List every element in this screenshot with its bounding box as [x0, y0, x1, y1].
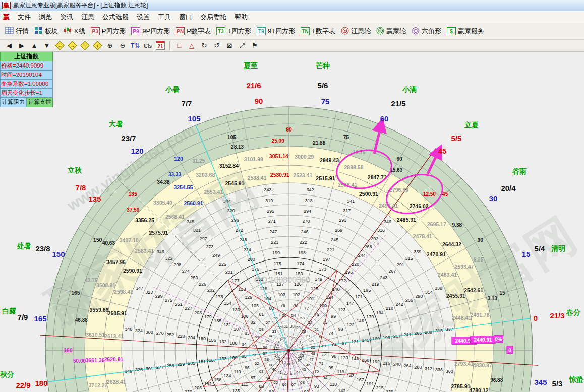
flag-tool-icon[interactable]: ⚑: [249, 41, 261, 51]
计算阻力-button[interactable]: 计算阻力: [0, 98, 27, 107]
svg-text:2470.91: 2470.91: [427, 251, 446, 257]
svg-text:24: 24: [300, 350, 305, 354]
svg-text:3101.99: 3101.99: [244, 156, 263, 162]
menu-item-3[interactable]: 江恩: [77, 12, 98, 23]
gann-wheel-svg[interactable]: 1234567891011121314151617181920212223242…: [0, 52, 584, 392]
svg-text:2949.43: 2949.43: [320, 157, 339, 163]
title-bar: 赢 赢家江恩专业版[赢家服务平台] - [上证指数 江恩轮]: [0, 0, 584, 11]
gann-wheel-canvas[interactable]: 1234567891011121314151617181920212223242…: [0, 52, 584, 392]
menu-item-8[interactable]: 交易委托: [196, 12, 230, 23]
计算支撑-button[interactable]: 计算支撑: [27, 98, 53, 107]
P数字表-button[interactable]: PNP数字表: [173, 25, 214, 37]
svg-text:275: 275: [165, 298, 172, 303]
T四方形-button[interactable]: T3T四方形: [214, 25, 255, 37]
svg-text:158: 158: [214, 377, 221, 382]
menu-item-0[interactable]: 文件: [14, 12, 35, 23]
pan-left-icon[interactable]: ←: [53, 41, 66, 51]
行情-button[interactable]: 行情: [3, 25, 32, 37]
svg-text:176: 176: [252, 267, 259, 272]
svg-text:28: 28: [302, 329, 306, 334]
江恩轮-button[interactable]: 江恩轮: [339, 25, 374, 38]
六角形-button[interactable]: 六角形: [410, 25, 445, 38]
svg-text:195: 195: [363, 288, 371, 293]
menu-item-4[interactable]: 公式选股: [98, 12, 133, 23]
pan-down-icon[interactable]: ↓: [91, 41, 103, 51]
svg-text:4780.12: 4780.12: [470, 387, 489, 392]
svg-text:73: 73: [331, 342, 336, 347]
svg-text:348: 348: [125, 326, 132, 332]
svg-text:55: 55: [282, 313, 287, 318]
toolbar-label: 赢家服务: [458, 27, 484, 36]
svg-text:43: 43: [290, 372, 295, 376]
prev-icon[interactable]: ◀: [3, 41, 15, 51]
svg-text:293: 293: [339, 218, 346, 223]
svg-text:118: 118: [330, 382, 337, 387]
rotate-up-icon[interactable]: ▲: [28, 41, 40, 51]
rotate-ccw-icon[interactable]: ↺: [211, 41, 223, 51]
menu-item-5[interactable]: 设置: [133, 12, 154, 23]
candlestick-icon: [64, 27, 72, 36]
svg-text:75: 75: [343, 134, 349, 140]
9T四方形-button[interactable]: T99T四方形: [255, 25, 299, 37]
toolbar-label: 六角形: [422, 27, 441, 36]
menu-item-6[interactable]: 工具: [154, 12, 175, 23]
calendar-icon[interactable]: 21: [156, 41, 165, 50]
triangle-tool-icon[interactable]: △: [186, 41, 198, 51]
svg-text:197: 197: [323, 257, 330, 262]
板块-button[interactable]: 板块: [32, 25, 62, 37]
svg-text:315: 315: [405, 256, 413, 261]
svg-text:300: 300: [146, 330, 153, 335]
menu-item-2[interactable]: 资讯: [56, 12, 77, 23]
svg-text:120: 120: [174, 156, 183, 162]
menu-item-1[interactable]: 浏览: [35, 12, 56, 23]
svg-text:122: 122: [346, 322, 354, 328]
svg-text:128: 128: [260, 286, 267, 291]
zoom-out-icon[interactable]: ⊖: [116, 41, 129, 51]
svg-text:21.88: 21.88: [313, 140, 325, 146]
svg-text:147: 147: [346, 301, 354, 306]
svg-text:252: 252: [167, 332, 174, 337]
svg-text:60: 60: [396, 156, 402, 162]
toolbar-label: 板块: [45, 27, 58, 36]
svg-text:142: 142: [338, 388, 345, 392]
svg-text:34: 34: [267, 334, 272, 338]
svg-text:27: 27: [306, 334, 311, 338]
svg-text:93: 93: [314, 384, 319, 389]
赢家服务-button[interactable]: $赢家服务: [445, 25, 488, 37]
svg-text:77: 77: [304, 306, 309, 311]
time-scale-icon[interactable]: T⇅: [129, 41, 141, 51]
svg-text:323: 323: [145, 290, 153, 295]
T数字表-button[interactable]: TNT数字表: [299, 25, 339, 37]
svg-text:45: 45: [302, 367, 306, 372]
menu-item-9[interactable]: 帮助: [230, 12, 252, 23]
rect-tool-icon[interactable]: □: [173, 41, 185, 51]
next-icon[interactable]: ▶: [16, 41, 28, 51]
rotate-down-icon[interactable]: ▼: [41, 41, 53, 51]
xbox-tool-icon[interactable]: ⊠: [223, 41, 236, 51]
svg-text:41: 41: [277, 370, 282, 375]
svg-text:341: 341: [347, 199, 355, 204]
instrument-title-tab[interactable]: 上证指数: [0, 52, 53, 61]
svg-text:349: 349: [125, 369, 132, 374]
cls-button[interactable]: Cls: [142, 41, 154, 51]
rotate-cw-icon[interactable]: ↻: [198, 41, 210, 51]
toolbar-label: 9T四方形: [268, 27, 295, 36]
svg-text:205: 205: [188, 361, 195, 366]
pan-right-icon[interactable]: →: [66, 41, 78, 51]
svg-text:179: 179: [204, 314, 212, 319]
pan-up-icon[interactable]: ↑: [79, 41, 91, 51]
svg-text:221: 221: [327, 247, 334, 252]
svg-text:301: 301: [146, 366, 153, 371]
P四方形-button[interactable]: P3P四方形: [89, 25, 130, 37]
K线-button[interactable]: K线: [62, 25, 89, 37]
赢家轮-button[interactable]: Big赢家轮: [374, 25, 410, 38]
hexagon-icon: [412, 27, 420, 36]
resize-tool-icon[interactable]: ⤢: [236, 41, 248, 51]
svg-text:336: 336: [435, 367, 443, 372]
svg-text:154: 154: [224, 301, 231, 306]
9P四方形-button[interactable]: P99P四方形: [129, 25, 173, 37]
svg-text:2605.91: 2605.91: [108, 310, 127, 316]
zoom-in-icon[interactable]: ⊕: [104, 41, 116, 51]
menu-item-7[interactable]: 窗口: [175, 12, 196, 23]
svg-text:36: 36: [263, 345, 267, 350]
